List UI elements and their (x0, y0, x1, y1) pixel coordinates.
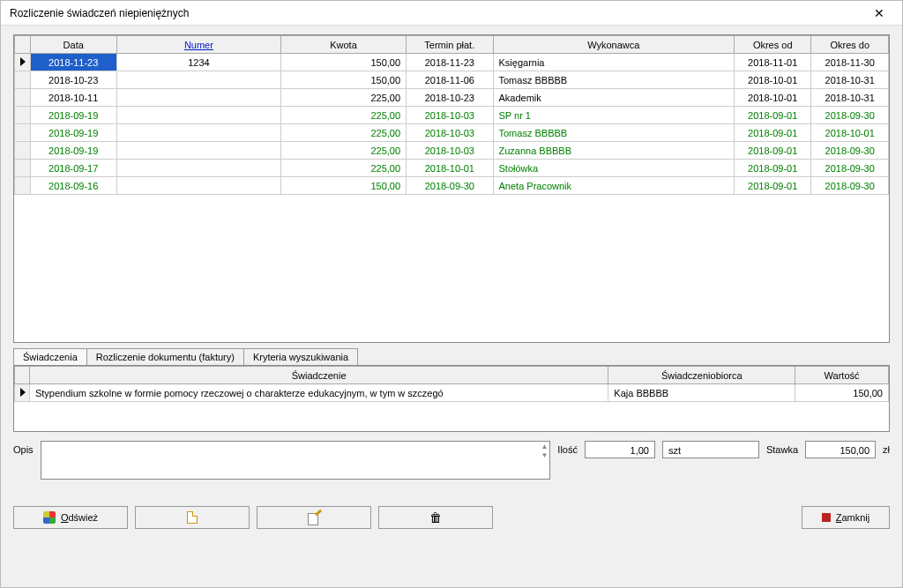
cell-kwota: 225,00 (280, 89, 406, 107)
edit-button[interactable] (257, 506, 371, 529)
cell-kwota: 225,00 (280, 142, 406, 160)
stawka-field[interactable]: 150,00 (805, 441, 876, 458)
row-marker (15, 160, 31, 177)
cell-data: 2018-09-16 (30, 177, 116, 195)
tabstrip: Świadczenia Rozliczenie dokumentu (faktu… (13, 348, 890, 365)
chevron-down-icon[interactable]: ▼ (541, 452, 548, 459)
row-marker (15, 107, 31, 124)
grid-header-termin[interactable]: Termin płat. (407, 36, 493, 54)
tab-swiadczenia[interactable]: Świadczenia (13, 348, 87, 365)
cell-data: 2018-10-23 (30, 71, 116, 89)
detail-header-swiadczenie[interactable]: Świadczenie (29, 367, 608, 384)
cell-okres-do: 2018-09-30 (811, 107, 889, 124)
trash-icon: 🗑 (429, 510, 442, 525)
cell-okres-do: 2018-10-31 (811, 89, 889, 107)
main-grid[interactable]: Data Numer Kwota Termin płat. Wykonawca … (13, 34, 890, 343)
content-area: Data Numer Kwota Termin płat. Wykonawca … (1, 26, 902, 587)
chevron-up-icon[interactable]: ▲ (541, 443, 548, 450)
row-marker (15, 71, 31, 89)
delete-button[interactable]: 🗑 (378, 506, 493, 529)
button-bar: Odśwież 🗑 Zamknij (13, 506, 890, 529)
table-row[interactable]: 2018-11-231234150,002018-11-23Księgarnia… (15, 54, 889, 71)
cell-termin: 2018-09-30 (407, 177, 493, 195)
tab-kryteria[interactable]: Kryteria wyszukiwania (243, 348, 358, 365)
refresh-button[interactable]: Odśwież (13, 506, 128, 529)
cell-numer (116, 124, 280, 142)
close-icon (822, 513, 831, 522)
grid-header-data[interactable]: Data (30, 36, 116, 54)
refresh-icon (43, 511, 56, 524)
ilosc-field[interactable]: 1,00 (585, 441, 655, 458)
row-marker (15, 54, 31, 71)
opis-label: Opis (13, 441, 34, 455)
window-title: Rozliczenie świadczeń niepieniężnych (6, 7, 862, 19)
new-button[interactable] (135, 506, 250, 529)
grid-header-kwota[interactable]: Kwota (280, 36, 406, 54)
cell-data: 2018-09-17 (30, 160, 116, 177)
cell-wykonawca: Zuzanna BBBBB (493, 142, 734, 160)
detail-cell-biorca: Kaja BBBBB (608, 384, 795, 402)
titlebar: Rozliczenie świadczeń niepieniężnych ✕ (1, 1, 902, 26)
cell-wykonawca: Aneta Pracownik (493, 177, 734, 195)
cell-okres-do: 2018-09-30 (811, 160, 889, 177)
cell-termin: 2018-10-03 (407, 142, 493, 160)
cell-okres-od: 2018-10-01 (734, 89, 811, 107)
cell-okres-od: 2018-09-01 (734, 124, 811, 142)
row-pointer-icon (20, 57, 26, 66)
cell-kwota: 225,00 (280, 124, 406, 142)
detail-header-biorca[interactable]: Świadczeniobiorca (608, 367, 795, 384)
cell-wykonawca: Stołówka (493, 160, 734, 177)
table-row[interactable]: 2018-09-19225,002018-10-03Tomasz BBBBB20… (15, 124, 889, 142)
detail-cell-wartosc: 150,00 (795, 384, 889, 402)
table-row[interactable]: 2018-10-11225,002018-10-23Akademik2018-1… (15, 89, 889, 107)
refresh-label-rest: dśwież (68, 512, 98, 523)
cell-data: 2018-10-11 (30, 89, 116, 107)
cell-kwota: 150,00 (280, 54, 406, 71)
cell-data: 2018-11-23 (30, 54, 116, 71)
cell-numer (116, 107, 280, 124)
row-marker (15, 89, 31, 107)
window: Rozliczenie świadczeń niepieniężnych ✕ D… (0, 0, 903, 588)
detail-grid[interactable]: Świadczenie Świadczeniobiorca Wartość St… (13, 365, 890, 432)
table-row[interactable]: 2018-10-23150,002018-11-06Tomasz BBBBB20… (15, 71, 889, 89)
window-close-button[interactable]: ✕ (862, 4, 897, 23)
tab-rozliczenie[interactable]: Rozliczenie dokumentu (faktury) (86, 348, 244, 365)
detail-header-row: Świadczenie Świadczeniobiorca Wartość (15, 367, 889, 384)
detail-row[interactable]: Stypendium szkolne w formie pomocy rzecz… (15, 384, 889, 402)
cell-wykonawca: Akademik (493, 89, 734, 107)
table-row[interactable]: 2018-09-17225,002018-10-01Stołówka2018-0… (15, 160, 889, 177)
cell-okres-od: 2018-09-01 (734, 177, 811, 195)
cell-termin: 2018-10-23 (407, 89, 493, 107)
detail-header-wartosc[interactable]: Wartość (795, 367, 889, 384)
cell-numer (116, 89, 280, 107)
cell-okres-do: 2018-11-30 (811, 54, 889, 71)
cell-data: 2018-09-19 (30, 107, 116, 124)
grid-header-numer[interactable]: Numer (116, 36, 280, 54)
cell-okres-od: 2018-09-01 (734, 142, 811, 160)
table-row[interactable]: 2018-09-16150,002018-09-30Aneta Pracowni… (15, 177, 889, 195)
grid-header-okres-do[interactable]: Okres do (811, 36, 889, 54)
table-row[interactable]: 2018-09-19225,002018-10-03SP nr 12018-09… (15, 107, 889, 124)
grid-header-selector[interactable] (15, 36, 31, 54)
cell-okres-do: 2018-09-30 (811, 177, 889, 195)
grid-header-wykonawca[interactable]: Wykonawca (493, 36, 734, 54)
detail-row-marker (15, 384, 30, 402)
table-row[interactable]: 2018-09-19225,002018-10-03Zuzanna BBBBB2… (15, 142, 889, 160)
close-button[interactable]: Zamknij (802, 506, 890, 529)
cell-okres-od: 2018-09-01 (734, 160, 811, 177)
cell-okres-do: 2018-09-30 (811, 142, 889, 160)
row-marker (15, 124, 31, 142)
cell-wykonawca: Tomasz BBBBB (493, 71, 734, 89)
opis-textarea[interactable]: ▲ ▼ (41, 441, 551, 480)
cell-termin: 2018-11-06 (407, 71, 493, 89)
cell-okres-od: 2018-10-01 (734, 71, 811, 89)
jm-field[interactable]: szt (662, 441, 759, 458)
cell-numer: 1234 (116, 54, 280, 71)
cell-kwota: 150,00 (280, 71, 406, 89)
grid-header-okres-od[interactable]: Okres od (734, 36, 811, 54)
cell-wykonawca: SP nr 1 (493, 107, 734, 124)
cell-wykonawca: Tomasz BBBBB (493, 124, 734, 142)
detail-header-selector[interactable] (15, 367, 30, 384)
opis-spinner[interactable]: ▲ ▼ (541, 443, 548, 459)
cell-okres-od: 2018-11-01 (734, 54, 811, 71)
